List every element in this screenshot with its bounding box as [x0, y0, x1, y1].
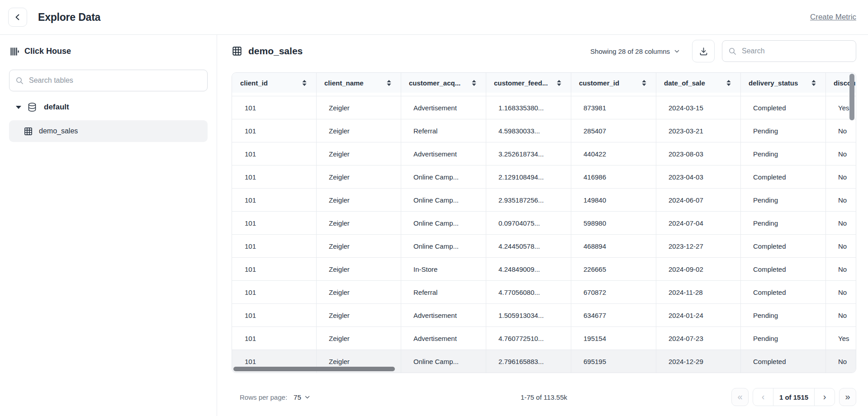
search-icon: [729, 47, 736, 55]
datasource-name: Click House: [24, 47, 71, 56]
search-icon: [16, 77, 24, 85]
sort-icon: [386, 80, 392, 86]
table-cell: 670872: [571, 281, 656, 303]
download-button[interactable]: [692, 40, 715, 62]
pagination-next-button[interactable]: ›: [815, 388, 835, 406]
table-row: 101ZeiglerOnline Camp...2.935187256...14…: [232, 188, 856, 211]
column-header-customer_acq[interactable]: customer_acq...: [401, 73, 486, 93]
table-row: 101ZeiglerReferral4.77056080...670872202…: [232, 280, 856, 303]
table-cell: Advertisement: [401, 96, 486, 119]
table-cell: 195154: [571, 327, 656, 350]
table-cell: Zeigler: [316, 281, 401, 303]
back-button[interactable]: [8, 8, 27, 27]
table-row: 101ZeiglerIn-Store4.24849009...226665202…: [232, 257, 856, 280]
tree-node-default-database[interactable]: default: [9, 99, 208, 115]
table-cell: Yes: [825, 327, 856, 350]
column-divider: [401, 73, 401, 373]
table-cell: 101: [232, 96, 316, 119]
pagination-first-button[interactable]: «: [731, 388, 749, 406]
chevron-down-icon: [674, 48, 680, 54]
table-cell: 226665: [571, 258, 656, 280]
table-cell: Zeigler: [316, 258, 401, 280]
data-search-input[interactable]: [741, 47, 849, 56]
vertical-scrollbar-thumb[interactable]: [849, 74, 854, 120]
table-cell: 4.760772510...: [486, 327, 571, 350]
table-cell: Completed: [740, 165, 825, 188]
table-cell: 4.77056080...: [486, 281, 571, 303]
table-cell: Online Camp...: [401, 212, 486, 234]
pagination-prev-button[interactable]: ‹: [753, 388, 773, 406]
table-cell: Zeigler: [316, 189, 401, 211]
download-icon: [699, 47, 708, 56]
table-cell: Completed: [740, 96, 825, 119]
column-divider: [656, 73, 656, 373]
table-cell: 2023-12-27: [656, 235, 740, 257]
column-header-label: client_name: [324, 79, 364, 87]
table-cell: Online Camp...: [401, 189, 486, 211]
column-header-delivery_status[interactable]: delivery_status: [740, 73, 825, 93]
table-search-input[interactable]: [28, 76, 201, 85]
table-cell: Zeigler: [316, 304, 401, 326]
table-cell: Advertisement: [401, 327, 486, 350]
table-cell: Zeigler: [316, 212, 401, 234]
toolbar-right: Showing 28 of 28 columns: [590, 40, 856, 62]
table-cell: Zeigler: [316, 165, 401, 188]
table-cell: 2.129108494...: [486, 165, 571, 188]
table-title: demo_sales: [248, 46, 303, 57]
main-panel: demo_sales Showing 28 of 28 columns: [217, 35, 868, 416]
table-grid-icon: [24, 127, 33, 136]
horizontal-scrollbar-thumb[interactable]: [233, 367, 395, 371]
table-body: 101ZeiglerAdvertisement1.168335380...873…: [232, 96, 856, 373]
sort-icon: [726, 80, 731, 86]
table-search-box: [9, 70, 208, 91]
column-header-client_id[interactable]: client_id: [232, 73, 316, 93]
sidebar-item-demo-sales[interactable]: demo_sales: [9, 120, 208, 142]
table-cell: 149840: [571, 189, 656, 211]
table-row: 101ZeiglerOnline Camp...0.09704075...598…: [232, 211, 856, 234]
table-cell: 101: [232, 281, 316, 303]
data-table: client_id client_name customer_acq... cu…: [232, 72, 856, 373]
table-cell: Zeigler: [316, 235, 401, 257]
table-cell: 2.796165883...: [486, 350, 571, 373]
table-cell: Advertisement: [401, 304, 486, 326]
table-toolbar: demo_sales Showing 28 of 28 columns: [232, 40, 856, 62]
table-footer: Rows per page: 75 1-75 of 113.55k « ‹ 1 …: [232, 388, 856, 407]
table-cell: Zeigler: [316, 96, 401, 119]
column-header-client_name[interactable]: client_name: [316, 73, 401, 93]
table-row: 101ZeiglerReferral4.59830033...285407202…: [232, 119, 856, 142]
page-title: Explore Data: [38, 11, 100, 24]
columns-visibility-dropdown[interactable]: Showing 28 of 28 columns: [590, 47, 680, 55]
table-cell: 101: [232, 212, 316, 234]
caret-down-icon: [16, 106, 21, 109]
table-cell: Online Camp...: [401, 235, 486, 257]
table-cell: Referral: [401, 281, 486, 303]
table-cell: 4.24450578...: [486, 235, 571, 257]
table-cell: Pending: [740, 212, 825, 234]
table-cell: 2024-07-23: [656, 327, 740, 350]
table-cell: 101: [232, 142, 316, 165]
chevron-down-icon: [304, 394, 310, 400]
table-cell: 2024-07-04: [656, 212, 740, 234]
table-cell: 2024-11-28: [656, 281, 740, 303]
table-cell: 101: [232, 327, 316, 350]
table-cell: No: [825, 165, 856, 188]
column-header-label: customer_id: [579, 79, 619, 87]
column-header-customer_feed[interactable]: customer_feed...: [486, 73, 571, 93]
table-cell: Online Camp...: [401, 350, 486, 373]
table-header-row: client_id client_name customer_acq... cu…: [232, 73, 856, 93]
pagination-last-button[interactable]: »: [839, 388, 856, 406]
rows-per-page-select[interactable]: 75: [294, 393, 310, 401]
create-metric-link[interactable]: Create Metric: [810, 13, 856, 22]
column-header-customer_id[interactable]: customer_id: [571, 73, 656, 93]
column-header-date_of_sale[interactable]: date_of_sale: [656, 73, 740, 93]
table-cell: No: [825, 212, 856, 234]
column-header-label: delivery_status: [749, 79, 798, 87]
columns-summary-label: Showing 28 of 28 columns: [590, 47, 670, 55]
table-cell: 2024-12-29: [656, 350, 740, 373]
table-cell: No: [825, 189, 856, 211]
table-cell: No: [825, 258, 856, 280]
table-cell: 0.09704075...: [486, 212, 571, 234]
table-tree: default demo_sales: [9, 99, 208, 142]
top-header: Explore Data Create Metric: [0, 0, 868, 35]
table-cell: 4.59830033...: [486, 119, 571, 142]
